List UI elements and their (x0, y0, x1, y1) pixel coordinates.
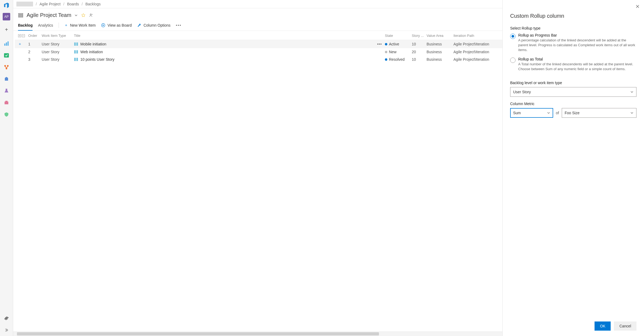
divider (59, 23, 59, 28)
backlog-level-select[interactable]: User Story (510, 87, 636, 97)
svg-rect-7 (5, 102, 8, 104)
of-label: of (556, 111, 559, 115)
cell-order: 1 (28, 42, 42, 46)
col-story-points[interactable]: Story ... (412, 34, 427, 38)
new-work-item-button[interactable]: ＋ New Work Item (64, 23, 96, 30)
close-icon[interactable] (635, 4, 640, 9)
project-avatar[interactable]: AP (3, 13, 10, 20)
radio-button-icon[interactable] (510, 34, 516, 39)
cell-state: Resolved (385, 57, 412, 62)
plus-icon: ＋ (64, 23, 68, 28)
breadcrumb-item[interactable]: Backlogs (85, 2, 101, 6)
tabs-row: Backlog Analytics ＋ New Work Item View a… (13, 18, 502, 31)
radio-progress-bar[interactable]: Rollup as Progress Bar A percentage calc… (510, 33, 636, 53)
add-icon[interactable]: + (2, 25, 11, 34)
cancel-button[interactable]: Cancel (614, 321, 636, 331)
radio-title: Rollup as Progress Bar (518, 33, 636, 37)
col-iteration-path[interactable]: Iteration Path (453, 34, 499, 38)
view-as-board-button[interactable]: View as Board (101, 23, 132, 30)
horizontal-scrollbar[interactable] (13, 331, 502, 336)
settings-icon[interactable] (2, 314, 11, 323)
expand-all-icon[interactable] (18, 34, 21, 37)
chevron-down-icon[interactable] (74, 14, 78, 17)
col-work-item-type[interactable]: Work Item Type (42, 34, 74, 38)
ok-button[interactable]: OK (595, 321, 611, 331)
cell-title[interactable]: Web initiation (74, 50, 374, 54)
product-logo-icon[interactable] (3, 2, 10, 9)
cell-title[interactable]: Mobile initiation (74, 42, 374, 46)
nav-testplans-icon[interactable] (2, 87, 11, 95)
cell-story-points: 20 (412, 50, 427, 54)
cell-title[interactable]: 10 points User Story (74, 57, 374, 62)
cell-story-points: 10 (412, 57, 427, 62)
org-placeholder[interactable] (16, 2, 33, 6)
collapse-all-icon[interactable] (22, 34, 25, 37)
left-sidebar: AP + (0, 0, 13, 336)
nav-boards-icon[interactable] (2, 51, 11, 60)
radio-title: Rollup as Total (518, 57, 636, 61)
panel-title: Custom Rollup column (510, 13, 636, 19)
nav-artifacts-icon[interactable] (2, 98, 11, 107)
radio-total[interactable]: Rollup as Total A Total number of the li… (510, 57, 636, 72)
col-title[interactable]: Title (74, 34, 374, 38)
table-row[interactable]: 2User StoryWeb initiationNew20BusinessAg… (15, 48, 502, 56)
cell-iteration: Agile Project\Iteration (453, 57, 499, 62)
backlog-level-label: Backlog level or work item type (510, 81, 636, 85)
breadcrumb-separator: / (82, 2, 83, 6)
cell-type: User Story (42, 57, 74, 62)
column-options-button[interactable]: Column Options (137, 23, 170, 30)
backlog-grid: Order Work Item Type Title State Story .… (13, 31, 502, 331)
cell-value-area: Business (427, 57, 453, 62)
nav-repos-icon[interactable] (2, 63, 11, 72)
breadcrumb-item[interactable]: Agile Project (40, 2, 61, 6)
breadcrumb: / Agile Project / Boards / Backlogs (13, 0, 502, 8)
svg-rect-17 (76, 42, 78, 46)
cmd-label: New Work Item (70, 23, 96, 27)
backlog-icon (18, 13, 23, 18)
radio-button-icon[interactable] (510, 58, 516, 63)
tab-backlog[interactable]: Backlog (18, 23, 33, 31)
metric-type-select[interactable]: Sum (510, 108, 553, 118)
cell-story-points: 10 (412, 42, 427, 46)
breadcrumb-separator: / (63, 2, 64, 6)
svg-rect-11 (19, 16, 23, 17)
team-members-icon[interactable] (89, 13, 94, 18)
col-value-area[interactable]: Value Area (427, 34, 453, 38)
select-value: User Story (513, 90, 531, 94)
row-actions-icon[interactable]: ••• (374, 42, 385, 46)
favorite-star-icon[interactable] (81, 13, 86, 18)
metric-field-select[interactable]: Foo Size (562, 108, 636, 118)
main-area: / Agile Project / Boards / Backlogs Agil… (13, 0, 502, 336)
table-row[interactable]: ＋1User StoryMobile initiation•••Active10… (15, 40, 502, 48)
svg-rect-3 (4, 53, 9, 58)
expand-sidebar-icon[interactable] (2, 326, 11, 334)
add-child-icon[interactable]: ＋ (18, 42, 28, 47)
col-state[interactable]: State (385, 34, 412, 38)
cell-order: 2 (28, 50, 42, 54)
breadcrumb-item[interactable]: Boards (67, 2, 79, 6)
user-story-icon (74, 57, 78, 62)
chevron-down-icon (547, 111, 550, 115)
cmd-label: View as Board (108, 23, 132, 27)
svg-point-12 (90, 14, 92, 15)
tab-analytics[interactable]: Analytics (38, 23, 53, 30)
nav-dashboards-icon[interactable] (2, 39, 11, 48)
scrollbar-thumb[interactable] (17, 332, 379, 335)
svg-rect-9 (19, 13, 23, 14)
nav-pipelines-icon[interactable] (2, 75, 11, 83)
svg-rect-2 (8, 41, 9, 46)
more-actions-icon[interactable]: ••• (176, 23, 181, 30)
radio-description: A percentage calculation of the linked d… (518, 38, 636, 53)
select-rollup-label: Select Rollup type (510, 26, 636, 30)
cell-type: User Story (42, 50, 74, 54)
nav-security-icon[interactable] (2, 110, 11, 119)
radio-description: A Total number of the linked descendents… (518, 62, 636, 72)
svg-rect-1 (6, 42, 7, 46)
team-name[interactable]: Agile Project Team (27, 12, 71, 18)
svg-point-6 (6, 68, 7, 69)
svg-point-5 (7, 65, 9, 67)
table-row[interactable]: 3User Story10 points User StoryResolved1… (15, 56, 502, 63)
col-order[interactable]: Order (28, 34, 42, 38)
breadcrumb-separator: / (36, 2, 37, 6)
svg-point-4 (4, 65, 6, 67)
